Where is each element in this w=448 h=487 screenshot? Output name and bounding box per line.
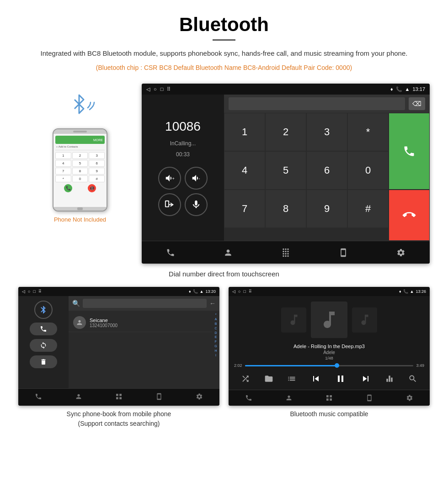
- music-content: Adele - Rolling In the Deep.mp3 Adele 1/…: [229, 296, 430, 390]
- music-nav-grid[interactable]: [325, 394, 333, 403]
- transfer-button[interactable]: [158, 193, 181, 216]
- contacts-loc-icon: ♦: [189, 289, 191, 294]
- nav-transfer-icon[interactable]: [334, 244, 352, 262]
- folder-button[interactable]: [264, 374, 273, 383]
- keypad-key-9[interactable]: 9: [306, 190, 347, 228]
- svg-rect-2: [165, 201, 169, 207]
- phone-key-1[interactable]: 1: [55, 152, 71, 159]
- keypad-call-green[interactable]: [389, 113, 430, 190]
- keypad-key-6[interactable]: 6: [306, 151, 347, 190]
- volume-down-button[interactable]: -: [185, 167, 208, 190]
- phone-key-0[interactable]: 0: [72, 175, 88, 182]
- contacts-nav-phone[interactable]: [155, 393, 163, 402]
- dialer-nav-bar: [142, 241, 430, 264]
- contacts-nav-person[interactable]: [75, 393, 82, 402]
- contacts-call-btn[interactable]: [30, 323, 57, 335]
- phone-key-4[interactable]: 4: [55, 160, 71, 167]
- contact-list-item[interactable]: Seicane 13241007000: [69, 313, 212, 332]
- dialer-left-panel: 10086 InCalling... 00:33 + -: [142, 95, 224, 241]
- phone-speaker: [73, 131, 87, 132]
- contacts-nav-recent: □: [33, 289, 35, 294]
- music-nav-person[interactable]: [285, 394, 293, 403]
- progress-fill: [245, 365, 340, 366]
- nav-contacts-icon[interactable]: [219, 244, 237, 262]
- contacts-list: Seicane 13241007000: [69, 311, 212, 388]
- dialer-backspace-button[interactable]: ⌫: [409, 97, 425, 110]
- alpha-b: B: [215, 322, 217, 326]
- phone-end-button[interactable]: 📵: [88, 184, 96, 192]
- equalizer-button[interactable]: [385, 374, 394, 383]
- volume-up-button[interactable]: +: [158, 167, 181, 190]
- phone-key-3[interactable]: 3: [89, 152, 105, 159]
- music-caption: Bluetooth music compatible: [229, 409, 430, 419]
- music-nav-settings[interactable]: [406, 394, 413, 403]
- keypad-key-star[interactable]: *: [347, 113, 389, 151]
- phone-key-9[interactable]: 9: [89, 168, 105, 175]
- bluetooth-waves-icon: [62, 88, 98, 125]
- phone-divider: [55, 150, 105, 150]
- playlist-button[interactable]: [287, 374, 296, 383]
- keypad-key-1[interactable]: 1: [224, 113, 265, 151]
- keypad-key-2[interactable]: 2: [265, 113, 306, 151]
- contacts-screen: ◁ ○ □ ⠿ ♦ 📞 ▲ 13:20: [18, 287, 219, 406]
- music-controls-row: [234, 373, 424, 384]
- contacts-nav-grid[interactable]: [115, 393, 123, 402]
- prev-button[interactable]: [310, 373, 321, 384]
- search-field[interactable]: [83, 299, 207, 308]
- contacts-wifi-icon: ▲: [200, 289, 204, 294]
- phone-key-8[interactable]: 8: [72, 168, 88, 175]
- nav-call-icon[interactable]: [161, 244, 180, 262]
- dialer-input-field[interactable]: [229, 97, 405, 110]
- keypad-key-3[interactable]: 3: [306, 113, 347, 151]
- next-button[interactable]: [360, 373, 371, 384]
- contacts-sync-btn[interactable]: [30, 339, 57, 352]
- phone-home-bar: [53, 207, 107, 211]
- dialer-number: 10086: [165, 119, 201, 134]
- keypad-call-red[interactable]: [389, 190, 430, 241]
- music-time: 13:26: [416, 289, 426, 294]
- play-pause-button[interactable]: [335, 373, 346, 384]
- phone-home-button[interactable]: [77, 207, 83, 210]
- nav-settings-icon[interactable]: [392, 244, 410, 262]
- status-left: ◁ ○ □ ⠿: [146, 86, 171, 92]
- phone-key-hash[interactable]: #: [89, 175, 105, 182]
- phone-key-star[interactable]: *: [55, 175, 71, 182]
- specs-text: (Bluetooth chip : CSR BC8 Default Blueto…: [18, 63, 430, 73]
- contacts-sidebar: [18, 296, 69, 388]
- contacts-search-bar[interactable]: 🔍 ←: [69, 296, 219, 311]
- keypad-key-hash[interactable]: #: [347, 190, 389, 228]
- music-nav-call[interactable]: [245, 394, 252, 403]
- shuffle-button[interactable]: [241, 374, 250, 383]
- contacts-time: 13:20: [205, 289, 216, 294]
- music-nav-back: ◁: [232, 289, 235, 294]
- keypad-key-4[interactable]: 4: [224, 151, 265, 190]
- page-title: Bluetooth: [18, 14, 430, 36]
- keypad-key-0[interactable]: 0: [347, 151, 389, 190]
- location-icon: ♦: [390, 86, 393, 92]
- phone-key-5[interactable]: 5: [72, 160, 88, 167]
- music-status-bar: ◁ ○ □ ⠿ ♦ 📞 ▲ 13:26: [229, 287, 430, 296]
- keypad-key-8[interactable]: 8: [265, 190, 306, 228]
- title-section: Bluetooth Integrated with BC8 Bluetooth …: [18, 14, 430, 73]
- keypad-key-5[interactable]: 5: [265, 151, 306, 190]
- contacts-status-bar: ◁ ○ □ ⠿ ♦ 📞 ▲ 13:20: [18, 287, 219, 296]
- phone-key-6[interactable]: 6: [89, 160, 105, 167]
- music-nav-phone[interactable]: [366, 394, 373, 403]
- keypad-key-7[interactable]: 7: [224, 190, 265, 228]
- search-music-button[interactable]: [408, 374, 417, 383]
- contacts-nav-call[interactable]: [35, 393, 42, 402]
- microphone-button[interactable]: [185, 193, 208, 216]
- alpha-star: *: [215, 312, 217, 317]
- nav-recent-icon: □: [160, 86, 164, 92]
- bluetooth-sidebar-icon[interactable]: [34, 301, 53, 319]
- nav-dialpad-icon[interactable]: [277, 244, 295, 262]
- contacts-delete-btn[interactable]: [30, 355, 57, 368]
- alpha-d: D: [214, 331, 217, 335]
- phone-call-button[interactable]: 📞: [64, 184, 72, 192]
- contacts-content: 🔍 ← Seicane: [18, 296, 219, 388]
- phone-key-7[interactable]: 7: [55, 168, 71, 175]
- contacts-nav-settings[interactable]: [196, 393, 203, 402]
- progress-track[interactable]: [245, 365, 414, 366]
- dialer-screen: ◁ ○ □ ⠿ ♦ 📞 ▲ 13:17 10086 InCalling...: [142, 84, 430, 264]
- phone-key-2[interactable]: 2: [72, 152, 88, 159]
